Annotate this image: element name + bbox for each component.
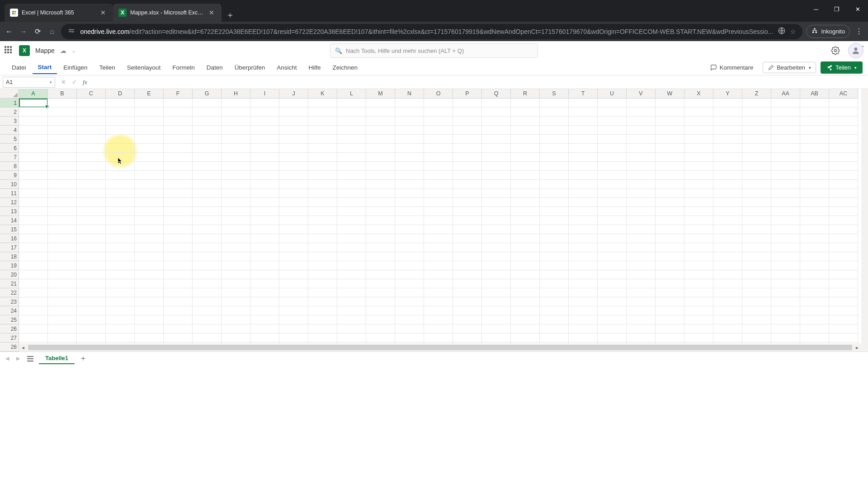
row-header-14[interactable]: 14 bbox=[0, 216, 19, 225]
row-header-19[interactable]: 19 bbox=[0, 261, 19, 270]
row-header-26[interactable]: 26 bbox=[0, 324, 19, 333]
site-settings-icon[interactable] bbox=[67, 27, 75, 36]
row-header-8[interactable]: 8 bbox=[0, 162, 19, 171]
browser-tab-excel365[interactable]: Excel | Microsoft 365 ✕ bbox=[5, 4, 113, 22]
column-header-l[interactable]: L bbox=[337, 89, 366, 99]
browser-menu-icon[interactable]: ⋮ bbox=[854, 24, 864, 39]
row-header-1[interactable]: 1 bbox=[0, 99, 19, 108]
ribbon-tab-start[interactable]: Start bbox=[33, 61, 57, 74]
row-header-23[interactable]: 23 bbox=[0, 297, 19, 306]
ribbon-tab-ansicht[interactable]: Ansicht bbox=[271, 61, 302, 74]
column-header-r[interactable]: R bbox=[511, 89, 540, 99]
row-header-4[interactable]: 4 bbox=[0, 126, 19, 135]
ribbon-tab-ueberpruefen[interactable]: Überprüfen bbox=[229, 61, 271, 74]
ribbon-tab-seitenlayout[interactable]: Seitenlayout bbox=[122, 61, 166, 74]
window-close-icon[interactable]: ✕ bbox=[847, 0, 868, 18]
ribbon-tab-datei[interactable]: Datei bbox=[6, 61, 32, 74]
translate-icon[interactable] bbox=[778, 27, 786, 36]
row-header-22[interactable]: 22 bbox=[0, 288, 19, 297]
column-header-k[interactable]: K bbox=[308, 89, 337, 99]
edit-mode-button[interactable]: Bearbeiten ▾ bbox=[763, 62, 816, 73]
cancel-formula-icon[interactable]: ✕ bbox=[59, 79, 68, 85]
row-header-9[interactable]: 9 bbox=[0, 171, 19, 180]
column-header-i[interactable]: I bbox=[250, 89, 279, 99]
column-header-o[interactable]: O bbox=[424, 89, 453, 99]
share-button[interactable]: Teilen ▾ bbox=[821, 61, 863, 74]
fx-icon[interactable]: fx bbox=[80, 79, 90, 86]
column-header-c[interactable]: C bbox=[77, 89, 106, 99]
chevron-down-icon[interactable]: ▾ bbox=[50, 80, 52, 84]
nav-back-icon[interactable]: ← bbox=[4, 24, 14, 39]
column-header-u[interactable]: U bbox=[598, 89, 627, 99]
row-header-16[interactable]: 16 bbox=[0, 234, 19, 243]
row-header-2[interactable]: 2 bbox=[0, 108, 19, 117]
cells-area[interactable] bbox=[19, 99, 861, 343]
column-header-e[interactable]: E bbox=[135, 89, 164, 99]
column-header-b[interactable]: B bbox=[48, 89, 77, 99]
doc-name-dropdown-icon[interactable]: ⌄ bbox=[72, 48, 75, 53]
confirm-formula-icon[interactable]: ✓ bbox=[70, 79, 79, 85]
column-header-y[interactable]: Y bbox=[713, 89, 742, 99]
column-header-aa[interactable]: AA bbox=[771, 89, 800, 99]
column-header-n[interactable]: N bbox=[395, 89, 424, 99]
comments-button[interactable]: Kommentare bbox=[705, 62, 758, 73]
row-header-17[interactable]: 17 bbox=[0, 243, 19, 252]
row-header-10[interactable]: 10 bbox=[0, 180, 19, 189]
window-minimize-icon[interactable]: ─ bbox=[806, 0, 826, 18]
row-header-13[interactable]: 13 bbox=[0, 207, 19, 216]
search-box[interactable]: 🔍 Nach Tools, Hilfe und mehr suchen (ALT… bbox=[330, 43, 538, 58]
ribbon-tab-teilen[interactable]: Teilen bbox=[94, 61, 121, 74]
row-header-18[interactable]: 18 bbox=[0, 252, 19, 261]
column-header-f[interactable]: F bbox=[164, 89, 193, 99]
bookmark-star-icon[interactable]: ☆ bbox=[790, 28, 796, 35]
select-all-corner[interactable] bbox=[0, 89, 19, 99]
row-header-25[interactable]: 25 bbox=[0, 315, 19, 324]
column-header-h[interactable]: H bbox=[222, 89, 250, 99]
horizontal-scrollbar[interactable]: ◄ ► bbox=[19, 343, 861, 352]
sheet-nav-next-icon[interactable]: ▶ bbox=[14, 355, 22, 362]
new-tab-button[interactable]: ＋ bbox=[222, 8, 239, 22]
column-header-a[interactable]: A bbox=[19, 89, 48, 99]
ribbon-tab-formeln[interactable]: Formeln bbox=[167, 61, 200, 74]
address-bar[interactable]: onedrive.live.com/edit?action=editnew&id… bbox=[61, 24, 802, 39]
column-header-v[interactable]: V bbox=[627, 89, 656, 99]
incognito-indicator[interactable]: Inkognito bbox=[806, 25, 850, 38]
ribbon-tab-daten[interactable]: Daten bbox=[201, 61, 228, 74]
scroll-right-icon[interactable]: ► bbox=[853, 343, 861, 352]
sheet-tab-tabelle1[interactable]: Tabelle1 bbox=[39, 353, 75, 364]
column-header-j[interactable]: J bbox=[279, 89, 308, 99]
row-header-12[interactable]: 12 bbox=[0, 198, 19, 207]
column-header-d[interactable]: D bbox=[106, 89, 135, 99]
nav-forward-icon[interactable]: → bbox=[18, 24, 29, 39]
spreadsheet-grid[interactable]: ABCDEFGHIJKLMNOPQRSTUVWXYZAAABAC 1234567… bbox=[0, 89, 868, 352]
tab-close-icon[interactable]: ✕ bbox=[207, 8, 216, 17]
formula-input[interactable] bbox=[93, 77, 868, 88]
settings-gear-icon[interactable] bbox=[828, 43, 843, 58]
row-header-21[interactable]: 21 bbox=[0, 279, 19, 288]
ribbon-tab-einfuegen[interactable]: Einfügen bbox=[58, 61, 93, 74]
document-name[interactable]: Mappe bbox=[35, 47, 55, 54]
ribbon-tab-zeichnen[interactable]: Zeichnen bbox=[327, 61, 363, 74]
row-header-5[interactable]: 5 bbox=[0, 135, 19, 144]
add-sheet-icon[interactable]: ＋ bbox=[78, 354, 88, 364]
column-header-z[interactable]: Z bbox=[742, 89, 771, 99]
row-header-6[interactable]: 6 bbox=[0, 144, 19, 153]
scroll-thumb[interactable] bbox=[28, 345, 852, 350]
row-header-28[interactable]: 28 bbox=[0, 343, 19, 352]
column-header-ab[interactable]: AB bbox=[800, 89, 829, 99]
expand-formula-bar-icon[interactable]: ⌄ bbox=[861, 42, 865, 48]
cloud-sync-icon[interactable]: ☁ bbox=[60, 47, 66, 54]
tab-close-icon[interactable]: ✕ bbox=[99, 8, 108, 17]
column-header-s[interactable]: S bbox=[540, 89, 569, 99]
column-header-q[interactable]: Q bbox=[482, 89, 511, 99]
scroll-left-icon[interactable]: ◄ bbox=[19, 343, 27, 352]
row-header-3[interactable]: 3 bbox=[0, 117, 19, 126]
sheet-nav-prev-icon[interactable]: ◀ bbox=[4, 355, 11, 362]
all-sheets-icon[interactable] bbox=[25, 354, 35, 364]
ribbon-tab-hilfe[interactable]: Hilfe bbox=[303, 61, 326, 74]
column-header-p[interactable]: P bbox=[453, 89, 482, 99]
name-box[interactable]: A1 ▾ bbox=[3, 77, 55, 88]
window-maximize-icon[interactable]: ❐ bbox=[826, 0, 847, 18]
row-header-7[interactable]: 7 bbox=[0, 153, 19, 162]
column-header-t[interactable]: T bbox=[569, 89, 598, 99]
